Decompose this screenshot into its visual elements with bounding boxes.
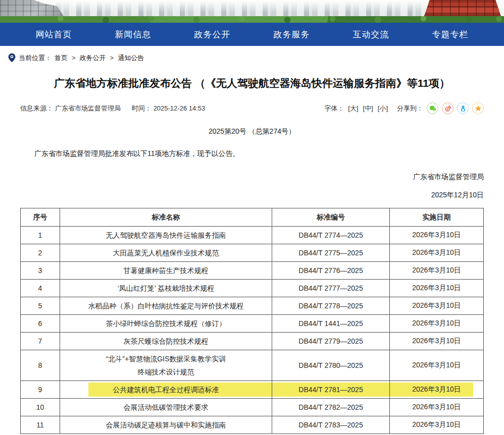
- cell-seq: 11: [21, 416, 60, 434]
- red-tower-image: [424, 0, 501, 16]
- cell-impl-date: 2026年3月10日: [390, 350, 484, 381]
- table-row: 9 公共建筑机电工程全过程调适标准 DB44/T 2781—2025 2026年…: [21, 381, 484, 399]
- cell-seq: 4: [21, 280, 60, 297]
- cell-seq: 9: [21, 381, 60, 399]
- time-value: 2025-12-26 14:53: [154, 104, 206, 112]
- font-share-controls: 字体： [大] [中] [小] 分享到：: [324, 102, 484, 114]
- announcement-body: 广东省市场监督管理局批准发布以下11项地方标准，现予以公告。: [20, 149, 484, 158]
- cell-standard-code: DB44/T 2781—2025: [272, 381, 390, 399]
- nav-item[interactable]: 政务服务: [252, 23, 331, 46]
- header-date: 实施日期: [390, 208, 484, 227]
- cell-impl-date: 2026年3月10日: [390, 297, 484, 315]
- trees-image: [0, 16, 504, 23]
- cell-standard-name: 灰茶尺蠖综合防控技术规程: [60, 333, 272, 350]
- table-row: 3 甘薯健康种苗生产技术规程 DB44/T 2776—2025 2026年3月1…: [21, 262, 484, 280]
- cell-standard-name: 公共建筑机电工程全过程调适标准: [60, 381, 272, 399]
- cell-impl-date: 2026年3月10日: [390, 262, 484, 280]
- nav-item[interactable]: 专题专栏: [411, 23, 490, 46]
- cell-impl-date: 2026年3月10日: [390, 416, 484, 434]
- breadcrumb: 当前位置： 首页 > 政务公开 > 通知公告: [0, 46, 504, 63]
- breadcrumb-govinfo[interactable]: 政务公开: [80, 53, 106, 63]
- cell-seq: 6: [21, 315, 60, 333]
- font-size-large-button[interactable]: [大]: [348, 104, 358, 113]
- nav-item[interactable]: 网站首页: [14, 23, 93, 46]
- cell-impl-date: 2026年3月10日: [390, 333, 484, 350]
- cell-standard-name: “北斗”+智慧物流GIS数据采集教学实训 终端技术设计规范: [60, 350, 272, 381]
- table-row: 8 “北斗”+智慧物流GIS数据采集教学实训 终端技术设计规范 DB44/T 2…: [21, 350, 484, 381]
- cell-standard-code: DB44/T 2782—2025: [272, 399, 390, 416]
- header-name: 标准名称: [60, 208, 272, 227]
- wechat-share-icon[interactable]: [427, 102, 438, 114]
- breadcrumb-label: 当前位置：: [19, 53, 52, 63]
- nav-item[interactable]: 新闻信息: [93, 23, 173, 46]
- cell-seq: 5: [21, 297, 60, 315]
- cell-standard-code: DB44/T 2775—2025: [272, 244, 390, 262]
- font-size-label: 字体：: [324, 104, 344, 113]
- document-number: 2025第20号 （总第274号）: [20, 127, 484, 136]
- cell-impl-date: 2026年3月10日: [390, 280, 484, 297]
- source-label: 信息来源：: [20, 104, 53, 112]
- weibo-share-icon[interactable]: [442, 102, 453, 114]
- cell-seq: 8: [21, 350, 60, 381]
- signature-date: 2025年12月10日: [20, 191, 484, 200]
- cell-standard-code: DB44/T 1441—2025: [272, 315, 390, 333]
- cell-standard-name: 无人驾驶航空器海岛快件运输服务指南: [60, 227, 272, 244]
- cell-impl-date: 2026年3月10日: [390, 381, 484, 399]
- header-seq: 序号: [21, 208, 60, 227]
- cell-seq: 3: [21, 262, 60, 280]
- table-row: 6 茶小绿叶蝉综合防控技术规程（修订） DB44/T 1441—2025 202…: [21, 315, 484, 333]
- qq-share-icon[interactable]: [457, 102, 469, 114]
- cell-impl-date: 2026年3月10日: [390, 399, 484, 416]
- table-row: 7 灰茶尺蠖综合防控技术规程 DB44/T 2779—2025 2026年3月1…: [21, 333, 484, 350]
- cell-standard-name: 大田蔬菜无人机植保作业技术规范: [60, 244, 272, 262]
- cell-standard-name: 甘薯健康种苗生产技术规程: [60, 262, 272, 280]
- cell-impl-date: 2026年3月10日: [390, 227, 484, 244]
- font-size-medium-button[interactable]: [中]: [363, 104, 373, 113]
- breadcrumb-separator: >: [110, 54, 114, 62]
- cell-standard-code: DB44/T 2774—2025: [272, 227, 390, 244]
- page-title: 广东省地方标准批准发布公告 （《无人驾驶航空器海岛快件运输服务指南》等11项）: [20, 76, 484, 90]
- cell-standard-code: DB44/T 2777—2025: [272, 280, 390, 297]
- cell-seq: 1: [21, 227, 60, 244]
- breadcrumb-separator: >: [72, 54, 76, 62]
- article-content: 广东省地方标准批准发布公告 （《无人驾驶航空器海岛快件运输服务指南》等11项） …: [0, 76, 504, 435]
- header-code: 标准编号: [272, 208, 390, 227]
- nav-item[interactable]: 政务公开: [173, 23, 252, 46]
- cell-seq: 10: [21, 399, 60, 416]
- cell-seq: 2: [21, 244, 60, 262]
- cell-standard-name: 会展活动碳足迹核算与碳中和实施指南: [60, 416, 272, 434]
- table-row: 11 会展活动碳足迹核算与碳中和实施指南 DB44/T 2783—2025 20…: [21, 416, 484, 434]
- table-row: 2 大田蔬菜无人机植保作业技术规范 DB44/T 2775—2025 2026年…: [21, 244, 484, 262]
- stone-sculpture-image: [0, 0, 65, 18]
- table-row: 10 会展活动低碳管理技术要求 DB44/T 2782—2025 2026年3月…: [21, 399, 484, 416]
- cell-standard-name: ‘凤山红灯笼’ 荔枝栽培技术规程: [60, 280, 272, 297]
- source-value: 广东省市场监督管理局: [55, 104, 121, 112]
- cell-impl-date: 2026年3月10日: [390, 315, 484, 333]
- font-size-small-button[interactable]: [小]: [378, 104, 388, 113]
- standards-table: 序号 标准名称 标准编号 实施日期 1 无人驾驶航空器海岛快件运输服务指南 DB…: [20, 208, 484, 434]
- location-pin-icon: [8, 53, 16, 63]
- cell-standard-code: DB44/T 2779—2025: [272, 333, 390, 350]
- time-label: 时间：: [132, 104, 152, 112]
- cell-standard-name: 水稻品种（系）白叶枯病抗性鉴定与评价技术规程: [60, 297, 272, 315]
- signature-org: 广东省市场监督管理局: [20, 173, 484, 182]
- share-label: 分享到：: [397, 104, 423, 113]
- cell-seq: 7: [21, 333, 60, 350]
- article-meta: 信息来源：广东省市场监督管理局 时间：2025-12-26 14:53 字体： …: [20, 102, 484, 114]
- table-header-row: 序号 标准名称 标准编号 实施日期: [21, 208, 484, 227]
- cell-standard-code: DB44/T 2783—2025: [272, 416, 390, 434]
- breadcrumb-notices[interactable]: 通知公告: [118, 53, 144, 63]
- table-row: 5 水稻品种（系）白叶枯病抗性鉴定与评价技术规程 DB44/T 2778—202…: [21, 297, 484, 315]
- cell-standard-code: DB44/T 2778—2025: [272, 297, 390, 315]
- qzone-share-icon[interactable]: [472, 102, 484, 114]
- table-row: 1 无人驾驶航空器海岛快件运输服务指南 DB44/T 2774—2025 202…: [21, 227, 484, 244]
- main-nav: 网站首页 新闻信息 政务公开 政务服务 互动交流 专题专栏: [0, 23, 504, 46]
- cell-standard-name: 会展活动低碳管理技术要求: [60, 399, 272, 416]
- article-source-time: 信息来源：广东省市场监督管理局 时间：2025-12-26 14:53: [20, 104, 207, 113]
- cell-standard-code: DB44/T 2780—2025: [272, 350, 390, 381]
- nav-item[interactable]: 互动交流: [331, 23, 411, 46]
- cell-standard-name: 茶小绿叶蝉综合防控技术规程（修订）: [60, 315, 272, 333]
- table-row: 4 ‘凤山红灯笼’ 荔枝栽培技术规程 DB44/T 2777—2025 2026…: [21, 280, 484, 297]
- breadcrumb-home[interactable]: 首页: [55, 53, 68, 63]
- header-banner: [0, 0, 504, 23]
